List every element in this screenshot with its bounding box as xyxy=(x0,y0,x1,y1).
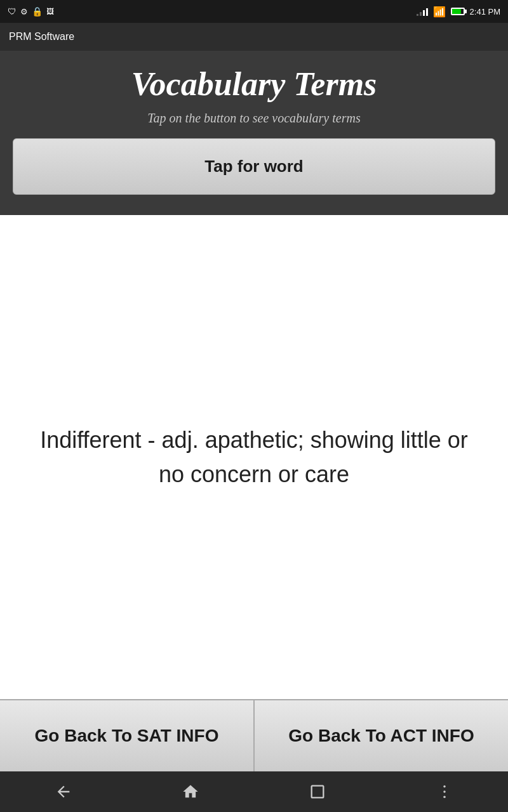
settings-icon: ⚙ xyxy=(20,7,28,16)
app-bar: PRM Software xyxy=(0,23,508,51)
battery-icon xyxy=(451,8,465,15)
security-icon: 🔒 xyxy=(32,6,43,16)
svg-point-2 xyxy=(443,796,446,798)
svg-point-0 xyxy=(443,785,446,788)
status-bar: 🛡 ⚙ 🔒 🖼 📶 2:41 PM xyxy=(0,0,508,23)
go-back-act-button[interactable]: Go Back To ACT INFO xyxy=(255,700,508,771)
app-title: PRM Software xyxy=(9,31,74,43)
system-nav-bar xyxy=(0,771,508,812)
nav-home-button[interactable] xyxy=(175,783,206,801)
content-area: Indifferent - adj. apathetic; showing li… xyxy=(0,215,508,699)
status-icons-right: 📶 2:41 PM xyxy=(417,6,500,18)
bottom-navigation-buttons: Go Back To SAT INFO Go Back To ACT INFO xyxy=(0,699,508,771)
status-icons-left: 🛡 ⚙ 🔒 🖼 xyxy=(8,6,54,16)
header-section: Vocabulary Terms Tap on the button to se… xyxy=(0,51,508,207)
vocabulary-word-display: Indifferent - adj. apathetic; showing li… xyxy=(38,423,470,492)
wifi-icon: 📶 xyxy=(433,6,446,18)
nav-back-button[interactable] xyxy=(48,783,79,801)
page-subtitle: Tap on the button to see vocabulary term… xyxy=(13,111,495,126)
svg-point-1 xyxy=(443,790,446,793)
status-time: 2:41 PM xyxy=(470,7,500,16)
tap-for-word-button[interactable]: Tap for word xyxy=(13,138,495,195)
header-divider xyxy=(0,207,508,215)
nav-recents-button[interactable] xyxy=(302,783,333,801)
signal-icon xyxy=(417,7,428,16)
go-back-sat-button[interactable]: Go Back To SAT INFO xyxy=(0,700,255,771)
tap-button-wrapper: Tap for word xyxy=(13,138,495,195)
page-title: Vocabulary Terms xyxy=(13,66,495,102)
nav-menu-button[interactable] xyxy=(429,783,460,801)
shield-icon: 🛡 xyxy=(8,6,17,16)
image-icon: 🖼 xyxy=(46,7,54,16)
